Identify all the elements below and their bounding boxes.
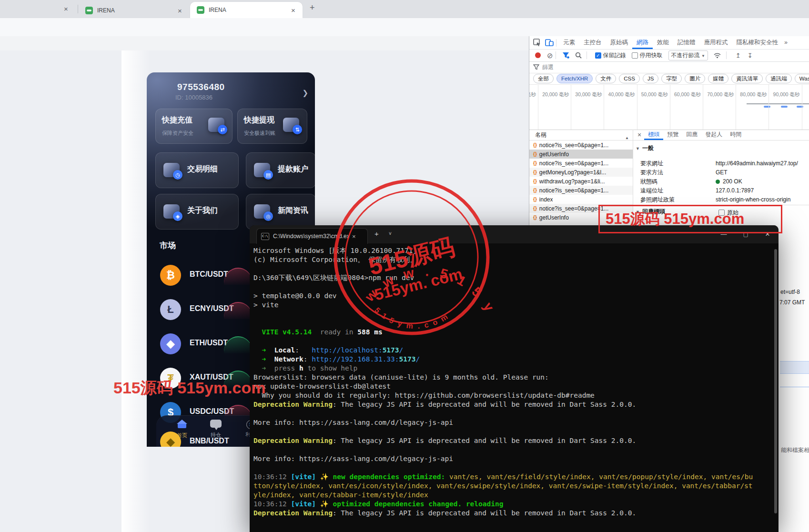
- request-filter-chip[interactable]: 全部: [533, 74, 554, 83]
- devtools-tab-記憶體[interactable]: 記憶體: [673, 36, 700, 49]
- request-filter-chip[interactable]: 字型: [661, 74, 682, 83]
- filter-funnel-icon: [533, 64, 539, 70]
- devtools-tab-應用程式[interactable]: 應用程式: [700, 36, 732, 49]
- browser-tab[interactable]: IRENA ×: [80, 3, 186, 18]
- network-request-row[interactable]: {}getUserInfo: [529, 150, 633, 159]
- terminal-scrollbar[interactable]: [774, 249, 777, 513]
- network-request-row[interactable]: {}getMoneyLog?page=1&l...: [529, 168, 633, 177]
- browser-tab-active[interactable]: IRENA ×: [190, 2, 303, 18]
- devtools-tab-隱私權和安全性[interactable]: 隱私權和安全性: [732, 36, 783, 49]
- record-network-log-icon[interactable]: [535, 52, 541, 58]
- menu-card[interactable]: ◎新闻资讯: [246, 194, 315, 230]
- divider: [726, 51, 727, 59]
- new-tab-button[interactable]: +: [310, 4, 315, 11]
- devtools-tab-bar: 元素主控台原始碼網路效能記憶體應用程式隱私權和安全性 »: [529, 36, 809, 50]
- details-tab-時間[interactable]: 時間: [726, 130, 745, 140]
- toggle-device-toolbar-icon[interactable]: [545, 39, 554, 46]
- quick-card-deposit[interactable]: 快捷充值保障资产安全⇄: [155, 109, 233, 144]
- network-request-row[interactable]: {}index: [529, 195, 633, 204]
- devtools-tab-原始碼[interactable]: 原始碼: [606, 36, 633, 49]
- inspect-icon[interactable]: [533, 39, 541, 47]
- details-tab-發起人[interactable]: 發起人: [701, 130, 726, 140]
- ruler-tick-label: 50,000 毫秒: [637, 91, 668, 98]
- viewport-edge-glow: [121, 50, 150, 532]
- request-filter-chip[interactable]: CSS: [619, 74, 640, 83]
- terminal-line: [253, 409, 753, 418]
- terminal-line: ➜ Network: http://192.168.31.33:5173/: [253, 355, 753, 364]
- request-filter-chip[interactable]: JS: [643, 74, 658, 83]
- network-request-row[interactable]: {}notice?is_see=0&page=1...: [529, 141, 633, 150]
- devtools-tab-元素[interactable]: 元素: [559, 36, 579, 49]
- disable-cache-checkbox[interactable]: [632, 52, 638, 59]
- quick-card-withdraw[interactable]: 快捷提现安全极速到账⇅: [237, 109, 307, 144]
- network-request-row[interactable]: {}notice?is_see=0&page=1...: [529, 186, 633, 195]
- close-icon[interactable]: ×: [291, 7, 295, 14]
- network-request-row[interactable]: {}withdrawLog?page=1&li...: [529, 177, 633, 186]
- network-filter-row[interactable]: 篩選: [529, 61, 809, 73]
- account-id: ID: 10005836: [175, 94, 212, 101]
- browser-tab-strip: × IRENA × IRENA × +: [0, 0, 809, 18]
- json-request-icon: {}: [533, 206, 537, 211]
- close-icon[interactable]: ×: [64, 5, 68, 12]
- throttling-select[interactable]: 不進行節流 ▼: [668, 50, 708, 60]
- screen: × IRENA × IRENA × + i localhost:5173/hom…: [0, 0, 809, 532]
- header-row: 參照網址政策strict-origin-when-cross-origin: [640, 195, 790, 204]
- json-request-icon: {}: [533, 215, 537, 220]
- devtools-tab-主控台[interactable]: 主控台: [579, 36, 606, 49]
- devtools-tab-網路[interactable]: 網路: [632, 36, 653, 49]
- general-section-title[interactable]: ▼一般: [636, 144, 654, 152]
- menu-card[interactable]: ◷交易明细: [155, 152, 239, 188]
- close-icon[interactable]: ×: [637, 131, 641, 139]
- terminal-window: C:\ C:\Windows\system32\cmd.ex × + ˅ — ▢…: [250, 225, 779, 532]
- details-tab-回應[interactable]: 回應: [682, 130, 701, 140]
- account-number: 975536480: [177, 82, 225, 92]
- menu-card[interactable]: ◈关于我们: [155, 194, 239, 230]
- json-request-icon: {}: [533, 151, 537, 157]
- clear-network-log-icon[interactable]: ⊘: [547, 52, 553, 59]
- network-conditions-icon[interactable]: [713, 52, 721, 59]
- details-tab-標頭[interactable]: 標頭: [644, 130, 663, 140]
- terminal-line: Deprecation Warning: The legacy JS API i…: [253, 400, 753, 409]
- header-row: 狀態碼200 OK: [640, 177, 742, 186]
- header-value-fragment: 7:07 GMT: [779, 299, 805, 306]
- header-value: http://649admin.haiwaiym27.top/: [716, 160, 798, 167]
- menu-card[interactable]: ▤提款账户: [246, 152, 315, 188]
- disable-cache-label: 停用快取: [640, 51, 663, 60]
- header-label: 參照網址政策: [640, 195, 716, 204]
- request-type-chips: 全部Fetch/XHR文件CSSJS字型圖片媒體資訊清單通訊端Wasm其他: [529, 73, 809, 85]
- filter-icon[interactable]: [562, 52, 569, 59]
- search-icon[interactable]: [575, 52, 582, 59]
- request-filter-chip[interactable]: 圖片: [685, 74, 705, 83]
- request-filter-chip[interactable]: 文件: [596, 74, 616, 83]
- preserve-log-checkbox[interactable]: ✓: [595, 52, 601, 59]
- export-har-icon[interactable]: ↧: [748, 52, 753, 59]
- import-har-icon[interactable]: ↥: [736, 52, 741, 59]
- devtools-tab-效能[interactable]: 效能: [653, 36, 673, 49]
- close-icon[interactable]: ×: [178, 7, 182, 14]
- request-filter-chip[interactable]: 媒體: [708, 74, 728, 83]
- request-filter-chip[interactable]: Fetch/XHR: [556, 74, 593, 83]
- ruler-tick-label: 60,000 毫秒: [669, 91, 701, 98]
- request-filter-chip[interactable]: 資訊清單: [731, 74, 763, 83]
- network-request-row[interactable]: {}notice?is_see=0&page=1...: [529, 159, 633, 168]
- more-tabs-icon[interactable]: »: [782, 36, 789, 49]
- details-tab-預覽[interactable]: 預覽: [663, 130, 682, 140]
- request-marker: [764, 106, 770, 108]
- menu-badge-icon: ◎: [263, 211, 273, 221]
- request-list-header[interactable]: 名稱 ▲: [529, 130, 633, 141]
- header-label: 遠端位址: [640, 186, 716, 195]
- request-name: getUserInfo: [539, 151, 569, 158]
- request-marker: [781, 106, 788, 108]
- request-filter-chip[interactable]: 通訊端: [766, 74, 792, 83]
- header-label: 要求方法: [640, 168, 716, 177]
- header-label: 要求網址: [640, 159, 716, 168]
- json-request-icon: {}: [533, 170, 537, 175]
- menu-label: 新闻资讯: [278, 206, 308, 216]
- chevron-right-icon[interactable]: ❯: [302, 89, 308, 97]
- terminal-line: [253, 319, 753, 328]
- text-fragment: 能和檔案相: [781, 446, 809, 454]
- ruler-tick-label: 70,000 毫秒: [702, 91, 734, 98]
- terminal-line: [253, 264, 753, 273]
- request-name: notice?is_see=0&page=1...: [539, 160, 608, 167]
- request-filter-chip[interactable]: Wasm: [795, 74, 809, 83]
